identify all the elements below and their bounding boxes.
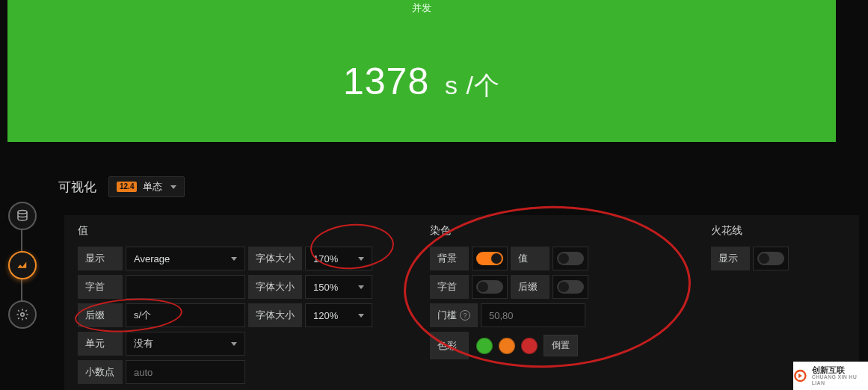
color-section: 染色 背景 值 字首 后缀 门槛 ? 色彩 xyxy=(430,224,684,364)
info-icon[interactable]: ? xyxy=(460,310,470,321)
sparkline-section: 火花线 显示 xyxy=(711,224,838,275)
sparkline-section-title: 火花线 xyxy=(711,224,838,238)
watermark: 创新互联 CHUANG XIN HU LIAN xyxy=(793,362,868,390)
colors-label: 色彩 xyxy=(430,332,469,359)
color-section-title: 染色 xyxy=(430,224,684,238)
hero-suffix: s /个 xyxy=(445,71,500,99)
prefix-label: 字首 xyxy=(78,275,123,299)
display-select[interactable]: Average xyxy=(126,247,245,270)
hero-number: 1378 xyxy=(343,61,429,102)
color-swatch-red[interactable] xyxy=(521,338,538,354)
display-label: 显示 xyxy=(78,247,123,270)
font1-select[interactable]: 170% xyxy=(305,247,372,270)
prefix-toggle[interactable] xyxy=(476,280,503,294)
unit-value: 没有 xyxy=(134,337,153,350)
side-rail xyxy=(4,202,37,350)
chevron-down-icon xyxy=(358,285,364,289)
bg-toggle[interactable] xyxy=(476,252,503,265)
invert-colors-button[interactable]: 倒置 xyxy=(544,335,578,356)
hero-panel: 并发 1378 s /个 xyxy=(7,0,836,142)
chevron-down-icon xyxy=(358,257,364,261)
font1-label: 字体大小 xyxy=(248,247,302,270)
suffix-toggle[interactable] xyxy=(557,280,584,294)
prefix-color-label: 字首 xyxy=(430,275,469,299)
svg-point-0 xyxy=(18,211,27,214)
hero-title: 并发 xyxy=(7,1,836,15)
options-panel: 值 显示 Average 字体大小 170% 字首 字体大小 150% xyxy=(64,215,859,390)
value-section-title: 值 xyxy=(78,224,403,238)
viz-type-name: 单态 xyxy=(143,180,162,194)
unit-label: 单元 xyxy=(78,332,123,356)
unit-select[interactable]: 没有 xyxy=(126,332,245,356)
decimal-label: 小数点 xyxy=(78,360,123,384)
viz-type-selector[interactable]: 12.4 单态 xyxy=(108,176,185,197)
watermark-cn: 创新互联 xyxy=(812,365,845,374)
chevron-down-icon xyxy=(231,342,237,346)
chevron-down-icon xyxy=(231,257,237,261)
color-swatch-orange[interactable] xyxy=(499,338,515,354)
prefix-input[interactable] xyxy=(126,275,245,299)
suffix-input[interactable] xyxy=(126,303,245,327)
spark-show-label: 显示 xyxy=(711,247,750,270)
chart-icon xyxy=(16,259,29,272)
color-swatch-green[interactable] xyxy=(476,338,493,354)
suffix-color-label: 后缀 xyxy=(511,275,550,299)
font3-value: 120% xyxy=(313,310,338,321)
chevron-down-icon xyxy=(170,185,176,189)
hero-value: 1378 s /个 xyxy=(7,60,836,103)
gear-icon xyxy=(16,308,29,321)
value-toggle[interactable] xyxy=(557,252,584,265)
viz-type-badge: 12.4 xyxy=(117,182,137,192)
suffix-label: 后缀 xyxy=(78,303,123,327)
database-icon xyxy=(16,209,29,223)
font2-value: 150% xyxy=(313,282,338,293)
font3-label: 字体大小 xyxy=(248,303,302,327)
display-select-value: Average xyxy=(134,253,170,264)
watermark-en: CHUANG XIN HU LIAN xyxy=(812,374,868,386)
logo-icon xyxy=(793,368,807,383)
value-color-label: 值 xyxy=(511,247,550,270)
font1-value: 170% xyxy=(313,253,338,264)
decimal-input[interactable] xyxy=(126,360,245,384)
tab-visualization[interactable] xyxy=(8,251,37,279)
viz-header-label: 可视化 xyxy=(58,179,96,196)
value-section: 值 显示 Average 字体大小 170% 字首 字体大小 150% xyxy=(78,224,403,389)
tab-datasource[interactable] xyxy=(8,202,37,230)
spark-show-toggle[interactable] xyxy=(757,252,784,265)
threshold-input[interactable] xyxy=(481,303,585,327)
font2-select[interactable]: 150% xyxy=(305,275,372,299)
tab-settings[interactable] xyxy=(8,300,37,329)
svg-point-1 xyxy=(21,313,25,317)
chevron-down-icon xyxy=(358,314,364,318)
font3-select[interactable]: 120% xyxy=(305,303,372,327)
bg-label: 背景 xyxy=(430,247,469,270)
font2-label: 字体大小 xyxy=(248,275,302,299)
viz-header: 可视化 12.4 单态 xyxy=(58,176,185,197)
threshold-label: 门槛 ? xyxy=(430,303,478,327)
